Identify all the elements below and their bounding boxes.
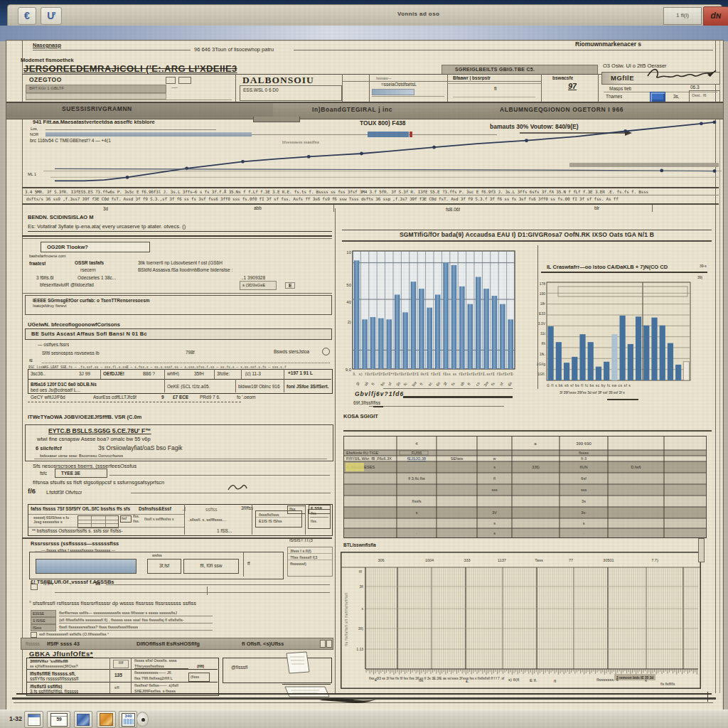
- s8-rbox1b: E1fS fS fSfss: [256, 518, 301, 523]
- t2-r3c2: s/fI: [114, 685, 119, 690]
- s8-l2e: fIssfI s ssffffssfss s: [144, 517, 181, 521]
- table-cell: 3J 99: [79, 371, 99, 376]
- timeline-glyph: fIs: [419, 678, 423, 682]
- checkbox[interactable]: [166, 77, 176, 84]
- header-subtitle: Modemet fismoethek: [21, 57, 74, 63]
- divider-line: [28, 527, 184, 528]
- svg-text:399 690: 399 690: [576, 441, 592, 446]
- taskbar-button-blue[interactable]: [74, 711, 92, 728]
- decorative-shape: [223, 658, 332, 683]
- decorative-shape: [326, 640, 332, 648]
- tab-middle[interactable]: In)BoandGTEGIRAL j inc: [312, 106, 392, 113]
- bc1-xlabel: 6s: [507, 381, 513, 387]
- start-glyph[interactable]: 1-32: [9, 715, 22, 722]
- divider-line-vertical: [342, 74, 343, 102]
- field1-bar: BRT.KGr 1 GBLTF: [26, 85, 166, 90]
- bc1-xlabel: fI: [466, 382, 471, 386]
- s8-rbox2b: fIss.: [309, 519, 330, 523]
- app-icon-2[interactable]: Ư: [41, 7, 62, 25]
- mid-bar: [372, 89, 414, 95]
- bc1-xlabel: bs: [379, 381, 385, 387]
- tick-4: blr: [594, 205, 599, 210]
- decorative-shape: ffss fIss.: [308, 509, 331, 529]
- mini-box-1[interactable]: E3SSE: [31, 610, 56, 617]
- s8-l2b: fssf: [121, 516, 131, 521]
- table-cell: (c) 11-3: [245, 371, 282, 376]
- divider-line: [59, 616, 213, 616]
- table-cell: £7 ECE: [173, 395, 188, 400]
- taskbar-button-window[interactable]: [24, 711, 43, 728]
- svg-text:306: 306: [378, 558, 384, 562]
- divider-line: [342, 230, 712, 230]
- tab-right[interactable]: ALBUMNGEQGIONON OGETORN I 966: [500, 106, 623, 113]
- svg-text:1fk.: 1fk.: [540, 352, 545, 356]
- divider-line-vertical: [333, 205, 334, 212]
- og20r-box[interactable]: OG20R Tlookw?: [41, 242, 150, 252]
- s6-l2: wtwi fine csnapsw Asese boa? omalc bw 55…: [26, 434, 333, 442]
- bc1-xlabel: 3f: [355, 381, 361, 386]
- checkbox-2[interactable]: [178, 77, 191, 84]
- table-cell: OeKE (SCL t1fz.a05.: [167, 384, 232, 389]
- s6-l1: EYTC.B BSLLS.SG5G 5.CE.78U' F™: [26, 425, 333, 434]
- svg-text:9,0: 9,0: [346, 368, 352, 372]
- decorative-shape: [77, 714, 90, 726]
- bar-chart-2: 17819018rE333.3V31tIfIt1fk.1.GI/g1GfI.: [537, 274, 712, 382]
- divider-line-vertical: [541, 74, 542, 102]
- taskbar-button-sheet[interactable]: 59: [47, 711, 70, 728]
- axis-row-2: dsfts/s 36 ss9 ,f.3ss7 39f f3E C0d fsT. …: [26, 196, 719, 201]
- bc1-xlabel: 3s: [395, 381, 401, 387]
- bar-chart-2-title: IL Craswtafrr—oo lstoo CA/DaKLB + 7)N(CO…: [547, 264, 707, 270]
- s4-r1a: SfItl sesnospss nsvsewss ib: [42, 350, 100, 355]
- divider-line: [34, 459, 327, 459]
- titlebar-zoom-button[interactable]: 1 fl(l): [663, 7, 702, 25]
- s2-r3c: E: [285, 282, 295, 289]
- divider-line: [59, 630, 213, 631]
- divider-line-vertical: [305, 504, 306, 535]
- s2-r3a: bfesexttaviutR @tidoezfad: [40, 282, 94, 287]
- name-box: ESS.WSL 0 6 D0: [240, 85, 342, 101]
- bc1-xlabel: fI: [419, 382, 424, 386]
- svg-text:1.13: 1.13: [356, 647, 363, 651]
- svg-text:10: 10: [346, 250, 351, 255]
- decorative-shape: [28, 714, 40, 717]
- mini-box-3[interactable]: fSsss: [31, 624, 56, 631]
- table-cell: 3fo9e:: [217, 371, 240, 376]
- label: 340: [122, 714, 134, 718]
- divider-line-vertical: [164, 369, 165, 392]
- svg-text:Efwftiinfe fIU TIGE: Efwftiinfe fIU TIGE: [346, 451, 378, 455]
- kosa-title: KOSA SGIGIT: [343, 413, 378, 419]
- taskbar-button-photo[interactable]: 340: [119, 711, 137, 728]
- table-cell: AsurEss cdffLLTJfc6f: [93, 395, 136, 400]
- mini-box-2[interactable]: S fSfSE: [31, 617, 56, 624]
- close-button[interactable]: dɴ: [703, 6, 728, 26]
- s4-r1c: Bswds slersJstoa: [274, 349, 309, 354]
- divider-line: [447, 83, 541, 84]
- field-input-2[interactable]: [26, 93, 166, 100]
- tab-left[interactable]: SUESSISRIVGRAMNN: [62, 105, 132, 112]
- decorative-shape: [123, 719, 134, 724]
- decorative-shape: [403, 396, 513, 398]
- decorative-shape: 59: [50, 713, 68, 727]
- field-input-filled[interactable]: BRT.KGr 1 GBLTF: [26, 85, 166, 93]
- t2-r3c3a: fIssfIssf fIsfIss—— .s)fIsfI: [134, 683, 178, 687]
- window-titlebar[interactable]: € Ư Vonnis ad oso 1 fl(l) dɴ: [7, 4, 722, 27]
- divider-line: [28, 514, 184, 515]
- decorative-shape: [31, 632, 37, 638]
- divider-line-vertical: [707, 692, 708, 702]
- svg-text:s: s: [416, 510, 418, 515]
- bottom-handle[interactable]: [318, 696, 378, 705]
- scrollbar-thumb[interactable]: [698, 538, 705, 562]
- divider-line-vertical: [598, 74, 599, 102]
- t2-r2c1a: IfIsfIsfIfIE fIsssss.sfI,: [30, 671, 75, 676]
- btl-title: BTLIsswnfIsfIa: [343, 542, 376, 547]
- s2-sub: bashsfarfmoene corn: [29, 254, 66, 258]
- divider-line: [106, 584, 330, 585]
- taskbar-button-orange[interactable]: [97, 711, 116, 728]
- timeline-glyph: E fI.: [530, 678, 537, 682]
- section6-box: EYTC.B BSLLS.SG5G 5.CE.78U' F™ wtwi fine…: [25, 424, 333, 461]
- app-icon[interactable]: €: [18, 7, 36, 25]
- bc1-xlabel: fc: [403, 382, 408, 387]
- s10-checkbox[interactable]: [31, 584, 38, 590]
- divider-line: [310, 517, 328, 518]
- svg-text:6sf: 6sf: [581, 476, 587, 481]
